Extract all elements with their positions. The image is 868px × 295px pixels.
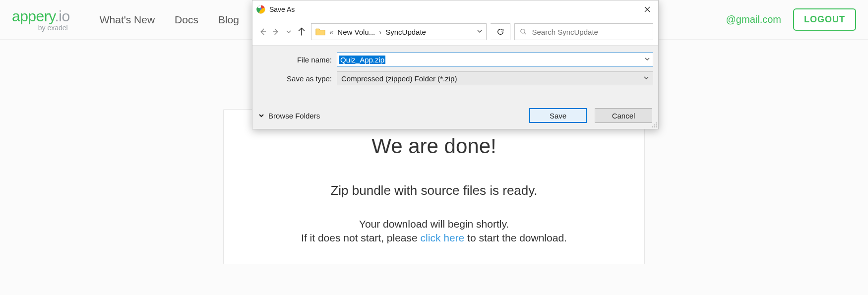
chevron-down-icon [644,75,649,80]
browse-folders-toggle[interactable]: Browse Folders [258,112,320,120]
fallback-pre: If it does not start, please [301,232,420,243]
breadcrumb-folder[interactable]: SyncUpdate [385,28,426,36]
close-button[interactable] [636,0,658,18]
refresh-button[interactable] [491,23,510,40]
save-button[interactable]: Save [529,108,587,123]
breadcrumb-dropdown[interactable] [477,29,482,35]
save-as-dialog: Save As « New Volu... › SyncUpdate [252,0,659,129]
dialog-title: Save As [269,5,295,13]
arrow-right-icon [271,27,280,36]
logo-byline: by exadel [38,24,68,32]
click-here-link[interactable]: click here [421,232,465,243]
folder-icon [315,27,325,36]
nav-whats-new[interactable]: What's New [100,14,155,26]
user-email[interactable]: @gmail.com [726,14,781,25]
forward-button[interactable] [270,26,281,37]
chevron-down-icon [286,29,291,34]
breadcrumb-bar[interactable]: « New Volu... › SyncUpdate [311,23,487,40]
search-icon [520,28,527,36]
refresh-icon [496,28,504,36]
dialog-form-area: File name: Quiz_App.zip Save as type: Co… [252,46,658,93]
svg-point-5 [656,126,657,127]
dialog-titlebar[interactable]: Save As [252,0,658,18]
top-nav: What's New Docs Blog [100,14,239,26]
chrome-icon [256,5,265,14]
svg-point-7 [654,126,655,127]
type-dropdown[interactable] [644,75,649,81]
resize-grip-icon[interactable] [651,122,657,128]
dialog-toolbar: « New Volu... › SyncUpdate [252,18,658,46]
svg-point-8 [652,126,653,127]
chevron-down-icon [645,57,650,61]
save-type-label: Save as type: [257,74,337,83]
svg-point-4 [656,124,657,125]
logo-text-grey: .io [55,8,70,24]
breadcrumb-volume[interactable]: New Volu... [337,28,375,36]
filename-input[interactable]: Quiz_App.zip [337,53,653,66]
svg-point-3 [656,122,657,123]
download-fallback-line: If it does not start, please click here … [239,232,629,244]
arrow-left-icon [258,27,267,36]
search-input[interactable] [532,28,648,36]
nav-docs[interactable]: Docs [175,14,198,26]
filename-label: File name: [257,56,337,64]
save-type-value: Compressed (zipped) Folder (*.zip) [341,74,457,83]
logo-text-green: appery [12,8,55,24]
chevron-right-icon: › [379,28,381,36]
bundle-ready-text: Zip bundle with source files is ready. [239,183,629,198]
save-type-select[interactable]: Compressed (zipped) Folder (*.zip) [337,71,653,85]
svg-point-6 [654,124,655,125]
chevron-down-icon [477,29,482,34]
arrow-up-icon [297,27,306,36]
search-box[interactable] [514,23,653,40]
dialog-button-row: Browse Folders Save Cancel [252,93,658,129]
download-card: We are done! Zip bundle with source file… [223,109,645,264]
chevron-down-icon [258,113,264,118]
back-button[interactable] [257,26,268,37]
filename-value: Quiz_App.zip [339,56,385,64]
fallback-post: to start the download. [464,232,567,243]
close-icon [644,6,650,12]
browse-folders-label: Browse Folders [268,112,320,120]
nav-blog[interactable]: Blog [218,14,239,26]
breadcrumb-truncated: « [329,28,333,36]
done-title: We are done! [239,134,629,158]
cancel-button[interactable]: Cancel [595,108,652,123]
svg-point-2 [521,29,525,33]
filename-dropdown[interactable] [645,57,650,62]
logo[interactable]: appery.io by exadel [12,8,70,32]
recent-dropdown[interactable] [283,26,294,37]
up-button[interactable] [296,26,307,37]
download-shortly-text: Your download will begin shortly. [239,218,629,230]
logout-button[interactable]: LOGOUT [793,8,856,31]
